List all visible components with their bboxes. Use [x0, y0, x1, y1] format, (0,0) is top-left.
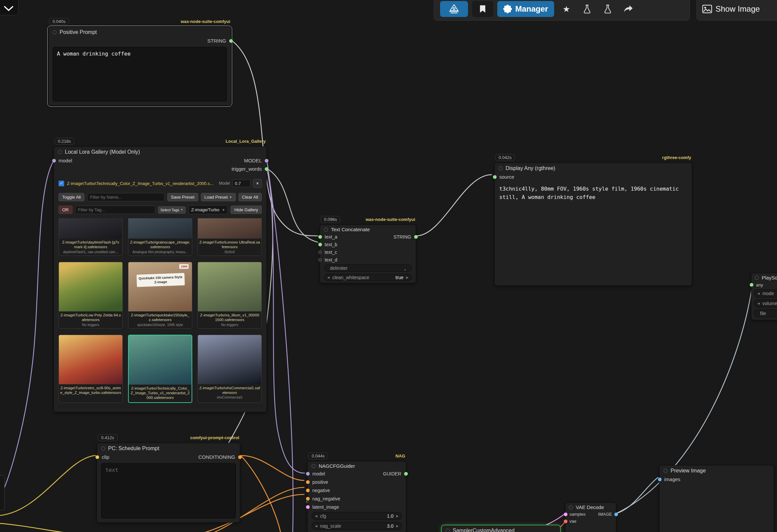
graph-canvas[interactable]: 0.040s was-node-suite-comfyui Positive P… — [0, 0, 777, 532]
node-header[interactable]: Preview Image — [660, 465, 774, 475]
widget-nag-scale[interactable]: ◀ nag_scale 3.0 ▶ — [312, 522, 402, 530]
widget-clean-whitespace[interactable]: ◀ clean_whitespace true ▶ — [324, 274, 412, 281]
node-header[interactable]: PlaySound — [751, 273, 777, 281]
collapse-dot[interactable] — [446, 529, 450, 532]
widget-cfg[interactable]: ◀ cfg 1.0 ▶ — [312, 512, 402, 520]
input-dot-nag-negative[interactable] — [306, 497, 310, 500]
input-dot-source[interactable] — [493, 175, 496, 179]
increment-arrow-icon[interactable]: ▶ — [396, 514, 399, 518]
input-dot-text-b[interactable] — [318, 242, 322, 246]
lora-card[interactable]: Z-image\Turbo\daytimeFlash [g7x mark ii]… — [59, 218, 123, 256]
input-dot-text-a[interactable] — [318, 235, 322, 238]
star-button[interactable]: ★ — [558, 1, 575, 17]
node-header[interactable]: Positive Prompt — [48, 27, 231, 36]
lora-card[interactable]: Z-image\Turbo\Lenovo UltraReal.safetenso… — [198, 218, 262, 256]
node-header[interactable]: SamplerCustomAdvanced — [442, 525, 560, 532]
output-dot-string[interactable] — [229, 39, 233, 42]
node-vae-decode[interactable]: VAE Decode samples IMAGE vae — [565, 502, 616, 532]
collapse-panel-button[interactable] — [0, 0, 19, 15]
load-preset-button[interactable]: Load Preset▼ — [201, 193, 236, 201]
filter-by-tag-input[interactable] — [75, 206, 156, 214]
input-dot-negative[interactable] — [306, 489, 310, 492]
decrement-arrow-icon[interactable]: ◀ — [757, 292, 760, 295]
show-image-button[interactable]: Show Image — [696, 0, 777, 21]
node-nagcfg-guider[interactable]: 0.044s NAG NAGCFGGuider model GUIDER pos… — [307, 461, 406, 532]
workflow-flask-button-2[interactable] — [599, 1, 616, 17]
input-dot-samples[interactable] — [564, 512, 567, 516]
decrement-arrow-icon[interactable]: ◀ — [327, 276, 330, 279]
output-dot-image[interactable] — [615, 512, 618, 516]
collapse-dot[interactable] — [101, 446, 105, 450]
increment-arrow-icon[interactable]: ▶ — [406, 276, 409, 279]
lora-card[interactable]: Z-image\Turbo\ra_lilium_v1_000001500.saf… — [198, 262, 262, 329]
save-preset-button[interactable]: Save Preset — [167, 193, 198, 201]
lora-enabled-checkbox[interactable]: ✓ — [59, 181, 64, 186]
comfyui-logo-button[interactable] — [440, 1, 468, 17]
lora-weight-input[interactable] — [232, 180, 250, 187]
input-dot-text-d[interactable] — [318, 258, 322, 261]
output-dot-model[interactable] — [265, 159, 268, 163]
collapse-dot[interactable] — [498, 166, 503, 170]
share-button[interactable] — [620, 1, 637, 17]
lora-card[interactable]: Z-image\Turbo\grainscape_zimage.safetens… — [128, 218, 192, 256]
offscreen-node-edge[interactable] — [0, 475, 5, 510]
widget-delimiter[interactable]: delimiter , — [324, 264, 412, 272]
node-header[interactable]: VAE Decode — [565, 503, 616, 511]
increment-arrow-icon[interactable]: ▶ — [396, 524, 399, 528]
collapse-dot[interactable] — [52, 30, 57, 34]
collapse-dot[interactable] — [58, 150, 62, 154]
input-dot-vae[interactable] — [564, 519, 567, 523]
input-dot-any[interactable] — [750, 283, 753, 287]
output-dot-guider[interactable] — [404, 472, 408, 475]
input-dot-model[interactable] — [306, 472, 310, 475]
node-positive-prompt[interactable]: 0.040s was-node-suite-comfyui Positive P… — [48, 27, 231, 106]
lora-gallery-grid[interactable]: Z-image\Turbo\daytimeFlash [g7x mark ii]… — [58, 218, 262, 409]
remove-lora-button[interactable]: × — [253, 179, 262, 188]
node-play-sound[interactable]: PlaySound any ◀ mode ◀ volume file — [751, 273, 777, 320]
manager-button[interactable]: Manager — [497, 1, 554, 17]
or-filter-button[interactable]: OR — [59, 206, 73, 214]
lora-card[interactable]: Z-image\Turbo\Low Poly Zelda 64.safetens… — [59, 262, 123, 329]
toggle-all-button[interactable]: Toggle All — [59, 193, 85, 201]
widget-mode[interactable]: ◀ mode — [754, 290, 777, 298]
widget-file[interactable]: file — [754, 309, 777, 317]
node-header[interactable]: NAGCFGGuider — [308, 461, 406, 469]
select-tags-button[interactable]: Select Tags▼ — [158, 206, 186, 214]
lora-card[interactable]: Z-image\Turbo\vhsCommercial1.safetensors… — [198, 335, 262, 403]
input-dot-images[interactable] — [658, 477, 662, 481]
lora-card[interactable]: 1995 Quicktake 150 camera Style Z-image … — [128, 262, 192, 329]
prompt-textarea[interactable]: A woman drinking coffee — [52, 47, 227, 101]
node-header[interactable]: Local Lora Gallery (Model Only) — [54, 147, 266, 156]
filter-by-name-input[interactable] — [87, 193, 164, 201]
bookmark-button[interactable] — [472, 1, 493, 17]
collapse-dot[interactable] — [569, 505, 573, 509]
decrement-arrow-icon[interactable]: ◀ — [315, 514, 317, 518]
input-dot-text-c[interactable] — [318, 250, 322, 254]
node-schedule-prompt[interactable]: 0.412s comfyui-prompt-control PC: Schedu… — [97, 443, 240, 523]
lora-card-selected[interactable]: Z-image\Turbo\Technically_Color_Z_Image_… — [128, 335, 192, 403]
node-display-any[interactable]: 0.042s rgthree-comfy Display Any (rgthre… — [494, 163, 692, 286]
node-preview-image[interactable]: Preview Image images — [659, 465, 774, 532]
input-dot-clip[interactable] — [96, 455, 99, 459]
lora-card[interactable]: Z-image\Turbo\retro_scifi-90s_anime_styl… — [59, 335, 123, 403]
schedule-text-area[interactable]: text — [101, 463, 236, 518]
collapse-dot[interactable] — [755, 276, 759, 280]
collapse-dot[interactable] — [664, 469, 668, 473]
node-header[interactable]: Text Concatenate — [320, 225, 416, 233]
output-dot-conditioning[interactable] — [238, 455, 242, 459]
output-dot-trigger-words[interactable] — [265, 167, 268, 171]
widget-volume[interactable]: ◀ volume — [754, 299, 777, 307]
collapse-dot[interactable] — [312, 464, 316, 468]
input-dot-latent-image[interactable] — [306, 505, 310, 509]
input-dot-positive[interactable] — [306, 480, 310, 484]
node-text-concatenate[interactable]: 0.096s was-node-suite-comfyui Text Conca… — [320, 225, 416, 283]
node-lora-gallery[interactable]: 0.218s Local_Lora_Gallery Local Lora Gal… — [53, 146, 267, 412]
node-header[interactable]: Display Any (rgthree) — [494, 163, 692, 173]
node-header[interactable]: PC: Schedule Prompt — [97, 443, 240, 453]
clear-all-button[interactable]: Clear All — [238, 193, 262, 201]
decrement-arrow-icon[interactable]: ◀ — [315, 524, 317, 528]
hide-gallery-button[interactable]: Hide Gallery — [230, 206, 262, 214]
decrement-arrow-icon[interactable]: ◀ — [757, 302, 760, 305]
collapse-dot[interactable] — [324, 228, 328, 232]
input-dot-model[interactable] — [52, 159, 56, 163]
